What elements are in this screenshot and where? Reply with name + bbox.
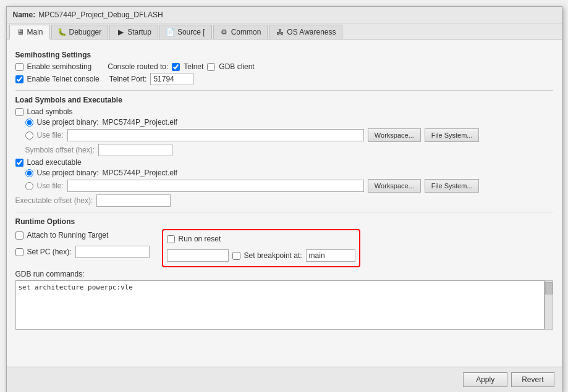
telnet-port-input[interactable]	[150, 73, 193, 85]
gdb-run-label: GDB run commands:	[15, 270, 85, 278]
gdb-textarea[interactable]: set architecture powerpc:vle	[15, 280, 545, 330]
use-file2-label: Use file:	[37, 181, 64, 190]
telnet-port-label: Telnet Port:	[109, 75, 147, 83]
divider-2	[15, 212, 553, 212]
tab-main[interactable]: 🖥 Main	[9, 25, 50, 40]
use-file-label: Use file:	[37, 131, 64, 140]
use-project-binary2-row: Use project binary: MPC5744P_Project.elf	[25, 169, 553, 177]
load-symbols-label: Load symbols	[27, 107, 73, 116]
gdb-run-label-row: GDB run commands:	[15, 270, 553, 278]
tab-common-label: Common	[231, 28, 261, 36]
enable-semihosting-row: Enable semihosting Console routed to: Te…	[15, 62, 553, 71]
os-icon: 🖧	[276, 28, 284, 36]
symbols-offset-input[interactable]	[98, 144, 172, 156]
startup-icon: ▶	[116, 28, 125, 36]
common-icon: ⚙	[220, 28, 229, 36]
console-routed-label: Console routed to:	[108, 62, 168, 71]
set-breakpoint-label: Set breakpoint at:	[244, 251, 302, 260]
name-label: Name:	[13, 10, 36, 19]
use-file2-radio[interactable]	[25, 182, 33, 190]
run-on-reset-checkbox[interactable]	[167, 235, 175, 243]
use-project-binary-row: Use project binary: MPC5744P_Project.elf	[25, 118, 553, 127]
tab-bar: 🖥 Main 🐛 Debugger ▶ Startup 📄 Source [ ⚙…	[7, 23, 562, 40]
gdb-scrollbar[interactable]	[545, 280, 553, 330]
load-symbols-checkbox[interactable]	[15, 108, 23, 116]
gdb-client-label: GDB client	[219, 62, 254, 71]
use-file2-input[interactable]	[67, 180, 364, 192]
tab-common[interactable]: ⚙ Common	[213, 25, 268, 39]
semihosting-header: Semihosting Settings	[15, 51, 553, 59]
symbols-offset-label: Symbols offset (hex):	[25, 146, 95, 154]
gdb-scrollbar-thumb	[545, 282, 553, 294]
symbols-offset-row: Symbols offset (hex):	[25, 144, 553, 156]
divider-1	[15, 90, 553, 91]
breakpoint-pc-input[interactable]	[167, 249, 229, 262]
load-executable-label: Load executable	[27, 158, 82, 167]
set-pc-checkbox[interactable]	[15, 248, 23, 256]
tab-content: Semihosting Settings Enable semihosting …	[7, 40, 562, 367]
tab-startup[interactable]: ▶ Startup	[109, 25, 158, 39]
enable-semihosting-checkbox[interactable]	[15, 63, 23, 71]
gdb-client-checkbox[interactable]	[207, 63, 215, 71]
exec-offset-input[interactable]	[96, 194, 171, 207]
load-executable-row: Load executable	[15, 158, 553, 167]
exec-offset-label: Executable offset (hex):	[15, 196, 93, 205]
tab-os-awareness[interactable]: 🖧 OS Awareness	[269, 25, 342, 39]
file-system-button[interactable]: File System...	[425, 128, 480, 142]
main-icon: 🖥	[16, 28, 25, 36]
bottom-bar: Apply Revert	[7, 367, 562, 392]
source-icon: 📄	[166, 28, 175, 36]
enable-semihosting-label: Enable semihosting	[27, 62, 92, 71]
set-pc-label: Set PC (hex):	[27, 248, 72, 256]
debugger-icon: 🐛	[58, 28, 67, 36]
telnet-console-row: Enable Telnet console Telnet Port:	[15, 73, 553, 85]
run-on-reset-label: Run on reset	[179, 235, 221, 243]
set-pc-row: Set PC (hex):	[15, 246, 150, 258]
name-bar: Name: MPC5744P_Project_Debug_DFLASH	[7, 7, 562, 23]
use-project-binary2-radio[interactable]	[25, 169, 33, 177]
workspace2-button[interactable]: Workspace...	[368, 179, 421, 193]
exec-offset-row: Executable offset (hex):	[15, 194, 553, 207]
use-file-input[interactable]	[67, 129, 364, 141]
attach-checkbox[interactable]	[15, 231, 23, 240]
telnet-checkbox[interactable]	[172, 63, 180, 71]
load-executable-checkbox[interactable]	[15, 159, 23, 167]
tab-main-label: Main	[27, 28, 43, 36]
use-file2-row: Use file: Workspace... File System...	[25, 179, 553, 193]
load-symbols-header: Load Symbols and Executable	[15, 96, 553, 104]
tab-source[interactable]: 📄 Source [	[159, 25, 212, 39]
file-system2-button[interactable]: File System...	[425, 179, 480, 193]
tab-os-label: OS Awareness	[287, 28, 336, 36]
run-on-reset-row: Run on reset	[167, 235, 355, 243]
telnet-label: Telnet	[184, 62, 203, 71]
attach-label: Attach to Running Target	[27, 231, 109, 240]
use-file-radio[interactable]	[25, 131, 33, 140]
use-project-binary2-value: MPC5744P_Project.elf	[103, 169, 177, 177]
set-breakpoint-row: Set breakpoint at:	[167, 249, 355, 262]
breakpoint-value-input[interactable]	[306, 249, 355, 262]
attach-row: Attach to Running Target	[15, 231, 150, 240]
gdb-container: set architecture powerpc:vle	[15, 280, 553, 330]
tab-debugger-label: Debugger	[69, 28, 102, 36]
use-project-binary-label: Use project binary:	[37, 118, 99, 127]
runtime-highlight-box: Run on reset Set breakpoint at:	[162, 229, 360, 267]
use-project-binary2-label: Use project binary:	[37, 169, 99, 177]
set-breakpoint-checkbox[interactable]	[232, 252, 240, 260]
use-project-binary-value: MPC5744P_Project.elf	[103, 118, 177, 127]
use-file-row: Use file: Workspace... File System...	[25, 128, 553, 142]
enable-telnet-checkbox[interactable]	[15, 75, 23, 83]
left-runtime-options: Attach to Running Target Set PC (hex):	[15, 229, 150, 260]
runtime-options-row: Attach to Running Target Set PC (hex): R…	[15, 229, 553, 267]
enable-telnet-label: Enable Telnet console	[27, 75, 100, 83]
load-symbols-row: Load symbols	[15, 107, 553, 116]
apply-button[interactable]: Apply	[463, 372, 507, 387]
use-project-binary-radio[interactable]	[25, 119, 33, 127]
tab-debugger[interactable]: 🐛 Debugger	[51, 25, 109, 39]
tab-startup-label: Startup	[127, 28, 151, 36]
tab-source-label: Source [	[177, 28, 205, 36]
workspace-button[interactable]: Workspace...	[368, 128, 421, 142]
main-dialog: Name: MPC5744P_Project_Debug_DFLASH 🖥 Ma…	[6, 6, 562, 392]
name-value: MPC5744P_Project_Debug_DFLASH	[38, 10, 163, 19]
set-pc-input[interactable]	[75, 246, 150, 258]
revert-button[interactable]: Revert	[511, 372, 554, 387]
